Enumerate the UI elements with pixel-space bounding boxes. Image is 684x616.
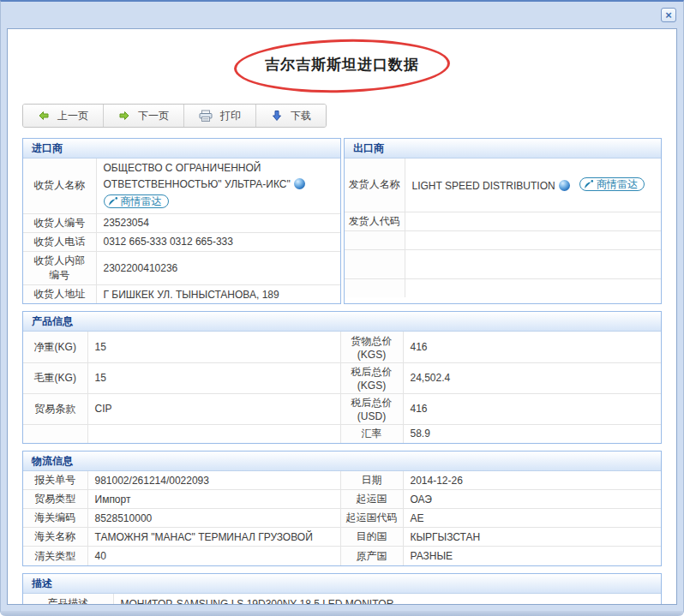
empty-cell <box>405 230 661 249</box>
arrow-left-icon <box>38 110 50 122</box>
prev-page-button[interactable]: 上一页 <box>23 105 103 127</box>
dialog-content: 吉尔吉斯斯坦进口数据 上一页 下一页 <box>7 28 677 605</box>
arrow-down-icon <box>271 110 283 122</box>
field-value: 15 <box>87 362 340 393</box>
field-label: 收货人地址 <box>23 284 96 303</box>
exporter-panel: 出口商 发货人名称 LIGHT SPEED DISTRIBUTION <box>344 138 662 304</box>
field-value: 416 <box>403 332 661 362</box>
field-label: 发货人名称 <box>345 158 405 212</box>
field-label: 收货人内部编号 <box>23 251 96 284</box>
field-label: 海关名称 <box>23 528 87 547</box>
field-value: 40 <box>87 547 340 565</box>
field-value: LIGHT SPEED DISTRIBUTION 商情雷达 <box>405 158 661 212</box>
field-value: 2014-12-26 <box>403 471 661 490</box>
field-label: 报关单号 <box>23 471 87 490</box>
field-label: 收货人电话 <box>23 232 96 251</box>
field-label: 目的国 <box>340 528 403 547</box>
window-titlebar: × <box>1 2 683 28</box>
field-value: 58.9 <box>403 424 661 443</box>
field-value: 23523054 <box>96 213 340 232</box>
field-value: 8528510000 <box>87 509 340 528</box>
field-label <box>23 424 87 443</box>
field-label: 起运国 <box>340 490 403 509</box>
field-value: 2302200410236 <box>96 251 340 284</box>
download-button[interactable]: 下载 <box>255 105 326 127</box>
field-value: РАЗНЫЕ <box>403 547 661 565</box>
page-title: 吉尔吉斯斯坦进口数据 <box>8 29 676 75</box>
field-value: ОБЩЕСТВО С ОГРАНИЧЕННОЙ ОТВЕТСТВЕННОСТЬЮ… <box>96 158 340 213</box>
printer-icon <box>199 110 213 123</box>
field-value: ТАМОЖНЯ "МАНАС" ТЕРМИНАЛ ГРУЗОВОЙ <box>87 528 340 547</box>
logistics-info-header: 物流信息 <box>23 452 661 471</box>
radar-dish-icon <box>584 179 594 189</box>
radar-badge[interactable]: 商情雷达 <box>104 194 169 208</box>
close-icon: × <box>665 9 672 21</box>
toolbar: 上一页 下一页 打印 <box>22 104 327 128</box>
field-value: КЫРГЫЗСТАН <box>403 528 661 547</box>
prev-page-label: 上一页 <box>57 109 88 123</box>
field-label: 毛重(KG) <box>23 362 87 393</box>
empty-cell <box>345 249 405 278</box>
field-value: 15 <box>87 332 340 362</box>
field-label: 收货人编号 <box>23 213 96 232</box>
field-label: 净重(KG) <box>23 332 87 362</box>
radar-badge-label: 商情雷达 <box>121 194 162 210</box>
field-value <box>405 212 661 230</box>
field-label: 产品描述 <box>23 594 113 605</box>
logistics-info-panel: 物流信息 报关单号 981002/261214/0022093 日期 2014-… <box>22 451 662 566</box>
description-panel: 描述 产品描述 МОНИТОР, SAMSUNG LS 19D300NY 18.… <box>22 573 662 605</box>
importer-header: 进口商 <box>23 139 340 158</box>
field-label: 收货人名称 <box>23 158 96 213</box>
radar-dish-icon <box>108 196 118 206</box>
next-page-button[interactable]: 下一页 <box>103 105 183 127</box>
field-value: 416 <box>403 393 661 424</box>
field-value: CIP <box>87 393 340 424</box>
field-label: 贸易条款 <box>23 393 87 424</box>
importer-panel: 进口商 收货人名称 ОБЩЕСТВО С ОГРАНИЧЕННОЙ ОТВЕТС… <box>22 138 341 304</box>
field-value: 981002/261214/0022093 <box>87 471 340 490</box>
field-value: AE <box>403 509 661 528</box>
consignee-name: ОБЩЕСТВО С ОГРАНИЧЕННОЙ ОТВЕТСТВЕННОСТЬЮ… <box>104 162 291 190</box>
field-value: Импорт <box>87 490 340 509</box>
field-label: 货物总价 (KGS) <box>340 332 403 362</box>
exporter-table: 发货人名称 LIGHT SPEED DISTRIBUTION 商情雷达 <box>345 158 661 297</box>
radar-badge-label: 商情雷达 <box>597 177 638 192</box>
radar-badge[interactable]: 商情雷达 <box>579 177 645 191</box>
field-value: МОНИТОР, SAMSUNG LS 19D300NY 18.5 LED MO… <box>113 594 661 605</box>
shipper-name: LIGHT SPEED DISTRIBUTION <box>412 180 555 192</box>
description-header: 描述 <box>23 574 661 594</box>
logistics-info-table: 报关单号 981002/261214/0022093 日期 2014-12-26… <box>23 471 661 565</box>
globe-icon[interactable] <box>294 178 305 189</box>
empty-cell <box>405 278 661 297</box>
field-label: 发货人代码 <box>345 212 405 230</box>
product-info-panel: 产品信息 净重(KG) 15 货物总价 (KGS) 416 毛重(KG) 15 … <box>22 311 662 444</box>
dialog-window: × 吉尔吉斯斯坦进口数据 上一页 下一页 <box>0 0 684 616</box>
product-info-table: 净重(KG) 15 货物总价 (KGS) 416 毛重(KG) 15 税后总价 … <box>23 332 661 443</box>
field-value: 0312 665-333 0312 665-333 <box>96 232 340 251</box>
field-value: 24,502.4 <box>403 362 661 393</box>
description-table: 产品描述 МОНИТОР, SAMSUNG LS 19D300NY 18.5 L… <box>23 594 661 605</box>
exporter-header: 出口商 <box>345 139 661 158</box>
print-label: 打印 <box>220 109 241 123</box>
field-label: 海关编码 <box>23 509 87 528</box>
next-page-label: 下一页 <box>138 109 169 123</box>
field-label: 日期 <box>340 471 403 490</box>
arrow-right-icon <box>118 110 130 122</box>
close-button[interactable]: × <box>661 8 676 22</box>
field-label: 起运国代码 <box>340 509 403 528</box>
field-value <box>87 424 340 443</box>
field-label: 税后总价 (USD) <box>340 393 403 424</box>
product-info-header: 产品信息 <box>23 312 661 332</box>
field-value: ОАЭ <box>403 490 661 509</box>
field-label: 原产国 <box>340 547 403 565</box>
importer-table: 收货人名称 ОБЩЕСТВО С ОГРАНИЧЕННОЙ ОТВЕТСТВЕН… <box>23 158 340 303</box>
importer-exporter-section: 进口商 收货人名称 ОБЩЕСТВО С ОГРАНИЧЕННОЙ ОТВЕТС… <box>22 138 662 304</box>
field-label: 汇率 <box>340 424 403 443</box>
field-label: 贸易类型 <box>23 490 87 509</box>
globe-icon[interactable] <box>559 180 570 191</box>
empty-cell <box>405 249 661 278</box>
field-label: 清关类型 <box>23 547 87 565</box>
field-label: 税后总价 (KGS) <box>340 362 403 393</box>
print-button[interactable]: 打印 <box>183 105 255 127</box>
download-label: 下载 <box>291 109 311 123</box>
